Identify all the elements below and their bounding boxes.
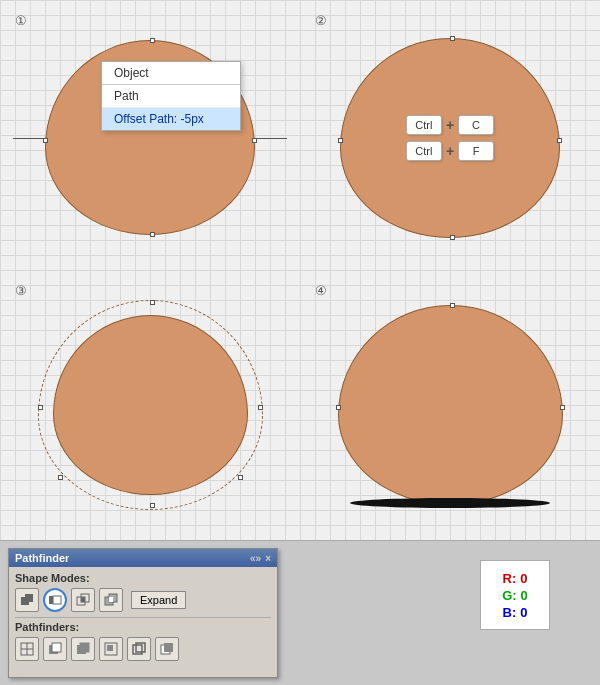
ctrl-key-1: Ctrl [406, 115, 442, 135]
g-label: G: [502, 588, 516, 603]
f-key: F [458, 141, 494, 161]
b-label: B: [503, 605, 517, 620]
pf-exclude-btn[interactable] [99, 588, 123, 612]
plus-2: + [446, 143, 454, 159]
r-label: R: [503, 571, 517, 586]
anchor-bottom-3 [150, 503, 155, 508]
anchor-left [43, 138, 48, 143]
anchor-bottom [150, 232, 155, 237]
pf-divide-btn[interactable] [15, 637, 39, 661]
shape-modes-row[interactable]: Expand [15, 588, 271, 612]
bottom-stroke-4 [350, 498, 551, 508]
pathfinders-row[interactable] [15, 637, 271, 661]
quad-4-label: ④ [315, 283, 327, 298]
svg-rect-16 [80, 643, 89, 652]
anchor-left-3 [38, 405, 43, 410]
panel-titlebar: Pathfinder «» × [9, 549, 277, 567]
r-value: 0 [520, 571, 527, 586]
r-row: R: 0 [503, 571, 528, 586]
anchor-bl-3 [58, 475, 63, 480]
anchor-br-3 [238, 475, 243, 480]
anchor-right-3 [258, 405, 263, 410]
menu-item-object[interactable]: Object [102, 62, 240, 85]
panel-close[interactable]: × [265, 553, 271, 564]
head-shape-1: Object Path Offset Path: -5px [45, 40, 255, 235]
panel-title: Pathfinder [15, 552, 69, 564]
svg-rect-22 [164, 643, 173, 652]
anchor-bottom-2 [450, 235, 455, 240]
panel-body: Shape Modes: Expand Pathfinders: [9, 567, 277, 671]
pf-outline-btn[interactable] [127, 637, 151, 661]
g-value: 0 [521, 588, 528, 603]
svg-rect-6 [81, 597, 85, 602]
expand-button[interactable]: Expand [131, 591, 186, 609]
anchor-top-3 [150, 300, 155, 305]
b-row: B: 0 [503, 605, 528, 620]
svg-rect-3 [53, 596, 61, 604]
head-container-3 [38, 300, 263, 510]
b-value: 0 [520, 605, 527, 620]
panel-controls[interactable]: «» × [250, 553, 271, 564]
anchor-top-2 [450, 36, 455, 41]
menu-item-offset[interactable]: Offset Path: -5px [102, 108, 240, 130]
pf-merge-btn[interactable] [71, 637, 95, 661]
anchor-top [150, 38, 155, 43]
quadrant-1: ① Object Path Offset Path: -5px [5, 5, 295, 270]
svg-rect-18 [107, 645, 113, 651]
anchor-left-2 [338, 138, 343, 143]
pf-intersect-btn[interactable] [71, 588, 95, 612]
quad-2-label: ② [315, 13, 327, 28]
handle-line-right [257, 138, 287, 139]
c-key: C [458, 115, 494, 135]
head-shape-4 [338, 305, 563, 505]
g-row: G: 0 [502, 588, 528, 603]
ctrl-key-2: Ctrl [406, 141, 442, 161]
svg-rect-14 [52, 643, 61, 652]
pathfinder-panel: Pathfinder «» × Shape Modes: Expand [8, 548, 278, 678]
quad-3-label: ③ [15, 283, 27, 298]
context-menu[interactable]: Object Path Offset Path: -5px [101, 61, 241, 131]
head-container-4 [335, 300, 565, 510]
quadrant-3: ③ [5, 275, 295, 535]
quadrant-4: ④ [305, 275, 595, 535]
rgb-display: R: 0 G: 0 B: 0 [480, 560, 550, 630]
panel-collapse[interactable]: «» [250, 553, 261, 564]
anchor-right-4 [560, 405, 565, 410]
keyboard-shortcuts: Ctrl + C Ctrl + F [406, 115, 494, 161]
pf-crop-btn[interactable] [99, 637, 123, 661]
handle-line-left [13, 138, 43, 139]
pf-minus-back-btn[interactable] [155, 637, 179, 661]
quadrant-2: ② Ctrl + C Ctrl + F [305, 5, 595, 270]
menu-item-path[interactable]: Path [102, 85, 240, 108]
shortcut-row-1: Ctrl + C [406, 115, 494, 135]
pathfinders-label: Pathfinders: [15, 621, 271, 633]
pf-minus-front-btn[interactable] [43, 588, 67, 612]
svg-rect-1 [25, 594, 33, 602]
shape-modes-label: Shape Modes: [15, 572, 271, 584]
shortcut-row-2: Ctrl + F [406, 141, 494, 161]
panel-separator [15, 617, 271, 618]
head-shape-3-inner [53, 315, 248, 495]
anchor-top-4 [450, 303, 455, 308]
svg-rect-9 [109, 597, 113, 602]
pf-unite-btn[interactable] [15, 588, 39, 612]
pf-trim-btn[interactable] [43, 637, 67, 661]
anchor-right-2 [557, 138, 562, 143]
quad-1-label: ① [15, 13, 27, 28]
plus-1: + [446, 117, 454, 133]
anchor-left-4 [336, 405, 341, 410]
head-shape-2: Ctrl + C Ctrl + F [340, 38, 560, 238]
